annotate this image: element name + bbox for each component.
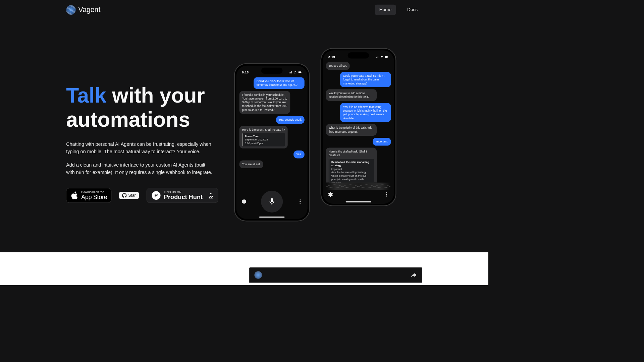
producthunt-button[interactable]: P FIND US ON Product Hunt ▲ 22: [146, 188, 218, 203]
svg-point-7: [386, 192, 387, 193]
apple-icon: [70, 191, 78, 200]
gear-icon[interactable]: [241, 199, 247, 204]
status-icons: [289, 71, 302, 74]
wifi-icon: [293, 71, 297, 74]
svg-rect-6: [388, 57, 388, 57]
chat-msg-user: Yes.: [293, 150, 305, 158]
gear-icon[interactable]: [327, 192, 333, 197]
github-icon: [122, 193, 127, 198]
chat-msg-user: Could you create a task so I don't forge…: [340, 72, 391, 87]
svg-point-8: [386, 194, 387, 195]
video-embed-header[interactable]: [249, 267, 422, 283]
ph-big-text: Product Hunt: [164, 194, 203, 200]
signal-icon: [375, 56, 379, 58]
hero-paragraph-2: Add a clean and intuitive interface to y…: [66, 161, 214, 176]
wifi-icon: [380, 56, 384, 58]
mic-button[interactable]: [261, 191, 283, 213]
github-star-button[interactable]: Star: [119, 192, 139, 199]
audio-waveform: [326, 182, 390, 190]
appstore-big-text: App Store: [81, 194, 107, 200]
sphere-icon: [254, 271, 262, 279]
chat-msg-bot: You are all set.: [326, 62, 350, 70]
chat-msg-user: Yes, it is an effective marketing strate…: [340, 103, 391, 122]
status-icons: [375, 56, 388, 58]
home-indicator: [346, 201, 371, 202]
chat-msg-bot: I found a conflict in your schedule. You…: [239, 91, 290, 114]
chat-msg-bot: Here is the event. Shall I create it? Fo…: [239, 126, 288, 148]
kebab-menu-icon[interactable]: [297, 199, 303, 204]
svg-point-2: [300, 199, 301, 200]
svg-point-4: [300, 203, 301, 204]
share-icon[interactable]: [411, 272, 417, 279]
chat-msg-bot: You are all set.: [239, 160, 264, 168]
page-headline: Talk with your automations: [66, 83, 224, 131]
hero-paragraph-1: Chatting with personal AI Agents can be …: [66, 140, 214, 155]
phone-notch: [348, 52, 369, 58]
chat-msg-user: Yes, sounds good.: [276, 116, 305, 124]
svg-rect-1: [302, 72, 302, 72]
appstore-button[interactable]: Download on the App Store: [66, 188, 111, 203]
phone-mockup-right: 8:15 You are all set. Could you create a…: [320, 48, 396, 206]
phone-mockup-left: 8:15 Could you block focus time for tomo…: [234, 63, 310, 222]
status-time: 8:15: [242, 70, 249, 74]
svg-point-3: [300, 201, 301, 202]
chat-msg-user: Could you block focus time for tomorrow …: [254, 77, 304, 89]
nav-home[interactable]: Home: [375, 5, 396, 15]
svg-point-9: [386, 196, 387, 197]
kebab-menu-icon[interactable]: [384, 192, 389, 197]
battery-icon: [385, 56, 388, 58]
upvote-caret-icon: ▲: [209, 191, 212, 195]
producthunt-icon: P: [152, 191, 160, 200]
phone-notch: [261, 68, 283, 74]
sphere-icon: [66, 5, 76, 15]
brand-logo[interactable]: Vagent: [66, 5, 100, 15]
signal-icon: [289, 71, 292, 74]
chat-msg-bot: What is the priority of this task? (do f…: [326, 124, 376, 136]
home-indicator: [259, 217, 285, 218]
battery-icon: [299, 71, 302, 74]
mic-icon: [268, 197, 276, 205]
brand-name: Vagent: [78, 6, 101, 14]
svg-rect-5: [385, 56, 387, 58]
github-star-label: Star: [128, 193, 136, 198]
svg-rect-0: [299, 71, 301, 73]
status-time: 8:15: [328, 55, 335, 59]
nav-docs[interactable]: Docs: [402, 5, 422, 15]
task-card: Read about the calm marketing strategy i…: [329, 159, 374, 183]
headline-accent: Talk: [66, 84, 106, 107]
chat-msg-user: Important.: [373, 138, 391, 145]
event-card: Focus Time September 20, 2024 3:00pm-4:0…: [242, 133, 285, 146]
chat-msg-bot: Would you like to add a more detailed de…: [326, 89, 376, 101]
chat-msg-bot: Here is the drafted task. Shall I create…: [326, 148, 376, 183]
ph-vote-count: 22: [209, 195, 213, 199]
